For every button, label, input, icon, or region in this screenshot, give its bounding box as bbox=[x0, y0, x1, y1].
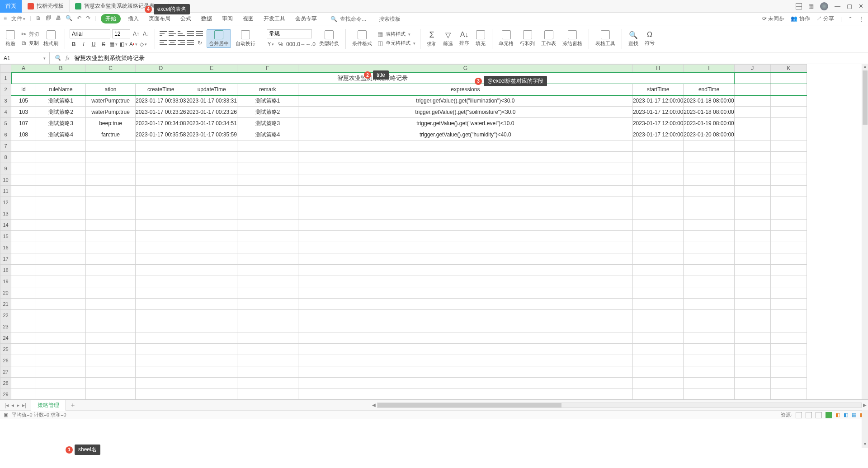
print-icon[interactable]: 🖶 bbox=[56, 15, 61, 23]
cell-empty[interactable] bbox=[298, 310, 632, 321]
cell-empty[interactable] bbox=[770, 253, 807, 265]
cell-empty[interactable] bbox=[734, 242, 770, 253]
cell-empty[interactable] bbox=[684, 378, 734, 389]
cell-empty[interactable] bbox=[136, 299, 186, 310]
cell-empty[interactable] bbox=[734, 253, 770, 265]
cell-empty[interactable] bbox=[632, 253, 683, 265]
cell-empty[interactable] bbox=[632, 197, 683, 208]
cell-empty[interactable] bbox=[734, 208, 770, 220]
row-header-15[interactable]: 15 bbox=[0, 231, 11, 242]
row-header-14[interactable]: 14 bbox=[0, 220, 11, 231]
cell-empty[interactable] bbox=[36, 186, 86, 197]
menu-data[interactable]: 数据 bbox=[198, 14, 215, 23]
cell-empty[interactable] bbox=[11, 231, 36, 242]
font-name-select[interactable] bbox=[70, 29, 110, 38]
menu-member[interactable]: 会员专享 bbox=[292, 14, 320, 23]
cell-empty[interactable] bbox=[86, 174, 136, 186]
cell-empty[interactable] bbox=[734, 163, 770, 174]
cell-empty[interactable] bbox=[11, 163, 36, 174]
cell-empty[interactable] bbox=[632, 321, 683, 332]
cell-empty[interactable] bbox=[734, 366, 770, 378]
cell-r5c0[interactable]: 107 bbox=[11, 118, 36, 129]
cell-empty[interactable] bbox=[684, 299, 734, 310]
cell-empty[interactable] bbox=[136, 366, 186, 378]
cell-empty[interactable] bbox=[11, 253, 36, 265]
template-search-input[interactable] bbox=[379, 16, 415, 22]
cell-empty[interactable] bbox=[237, 378, 298, 389]
spreadsheet-grid[interactable]: ABCDEFGHIJK1智慧农业监测系统策略记录2idruleNameation… bbox=[0, 64, 868, 399]
hscroll-right-icon[interactable]: ▶ bbox=[862, 402, 868, 407]
col-header-C[interactable]: C bbox=[86, 65, 136, 73]
cell-empty[interactable] bbox=[186, 276, 237, 287]
sidebar-toggle-1[interactable]: ◧ bbox=[835, 412, 840, 418]
cell-empty[interactable] bbox=[684, 321, 734, 332]
cell-empty[interactable] bbox=[86, 152, 136, 163]
cell-empty[interactable] bbox=[770, 174, 807, 186]
align-bottom-icon[interactable] bbox=[178, 31, 185, 37]
cell-r6c8[interactable]: 2023-01-20 08:00:00 bbox=[684, 129, 734, 140]
cell-empty[interactable] bbox=[86, 299, 136, 310]
cell-empty[interactable] bbox=[11, 287, 36, 299]
cell-empty[interactable] bbox=[770, 140, 807, 152]
cell-empty[interactable] bbox=[136, 265, 186, 276]
cell-empty[interactable] bbox=[684, 197, 734, 208]
row-header-7[interactable]: 7 bbox=[0, 140, 11, 152]
cell-empty[interactable] bbox=[684, 220, 734, 231]
cell-empty[interactable] bbox=[298, 287, 632, 299]
cell-empty[interactable] bbox=[298, 378, 632, 389]
cell-empty[interactable] bbox=[770, 366, 807, 378]
cell-empty[interactable] bbox=[136, 310, 186, 321]
cell-empty[interactable] bbox=[770, 276, 807, 287]
cell-header-7[interactable]: startTime bbox=[632, 84, 683, 95]
cell-empty[interactable] bbox=[186, 242, 237, 253]
row-header-21[interactable]: 21 bbox=[0, 299, 11, 310]
cell-empty[interactable] bbox=[770, 287, 807, 299]
cell-empty[interactable] bbox=[734, 231, 770, 242]
sidebar-toggle-3[interactable]: ▦ bbox=[852, 412, 856, 418]
cell-empty[interactable] bbox=[186, 310, 237, 321]
cell-empty[interactable] bbox=[11, 299, 36, 310]
cell-empty[interactable] bbox=[237, 140, 298, 152]
file-menu[interactable]: 文件▾ bbox=[11, 15, 25, 23]
cell-empty[interactable] bbox=[237, 152, 298, 163]
cell-empty[interactable] bbox=[684, 310, 734, 321]
cell-empty[interactable] bbox=[11, 208, 36, 220]
percent-icon[interactable]: % bbox=[277, 40, 285, 48]
cell-empty[interactable] bbox=[237, 197, 298, 208]
cell-empty[interactable] bbox=[684, 163, 734, 174]
col-header-D[interactable]: D bbox=[136, 65, 186, 73]
cell-empty[interactable] bbox=[684, 265, 734, 276]
cell-empty[interactable] bbox=[86, 366, 136, 378]
cell-empty[interactable] bbox=[298, 174, 632, 186]
cell-r6c6[interactable]: trigger.getValue().get("humidity")<40.0 bbox=[298, 129, 632, 140]
layout-icon[interactable] bbox=[796, 3, 802, 9]
align-left-icon[interactable] bbox=[160, 40, 167, 46]
type-convert-button[interactable]: 类型转换 bbox=[317, 30, 341, 47]
cell-header-1[interactable]: ruleName bbox=[36, 84, 86, 95]
cell-empty[interactable] bbox=[734, 344, 770, 355]
cell-empty[interactable] bbox=[36, 276, 86, 287]
decrease-decimal-icon[interactable]: ←.0 bbox=[307, 40, 315, 48]
cell-empty[interactable] bbox=[136, 389, 186, 400]
cell-empty[interactable] bbox=[86, 276, 136, 287]
cell-r4c7[interactable]: 2023-01-17 12:00:00 bbox=[632, 107, 683, 118]
cell-r5c3[interactable]: 2023-01-17 00:34:08 bbox=[136, 118, 186, 129]
cell-empty[interactable] bbox=[770, 208, 807, 220]
cell-empty[interactable] bbox=[136, 355, 186, 366]
view-reading-icon[interactable] bbox=[826, 412, 832, 418]
command-search[interactable]: 🔍 bbox=[330, 16, 415, 22]
row-header-3[interactable]: 3 bbox=[0, 95, 11, 107]
cell-empty[interactable] bbox=[734, 287, 770, 299]
cell-empty[interactable] bbox=[237, 231, 298, 242]
cell-J1[interactable] bbox=[734, 73, 770, 84]
cell-empty[interactable] bbox=[186, 163, 237, 174]
cell-empty[interactable] bbox=[11, 242, 36, 253]
cell-empty[interactable] bbox=[86, 253, 136, 265]
cell-empty[interactable] bbox=[770, 265, 807, 276]
row-header-8[interactable]: 8 bbox=[0, 152, 11, 163]
row-header-25[interactable]: 25 bbox=[0, 344, 11, 355]
cell-empty[interactable] bbox=[298, 197, 632, 208]
rowcol-button[interactable]: 行和列 bbox=[518, 30, 537, 47]
cell-empty[interactable] bbox=[136, 231, 186, 242]
cell-empty[interactable] bbox=[632, 186, 683, 197]
